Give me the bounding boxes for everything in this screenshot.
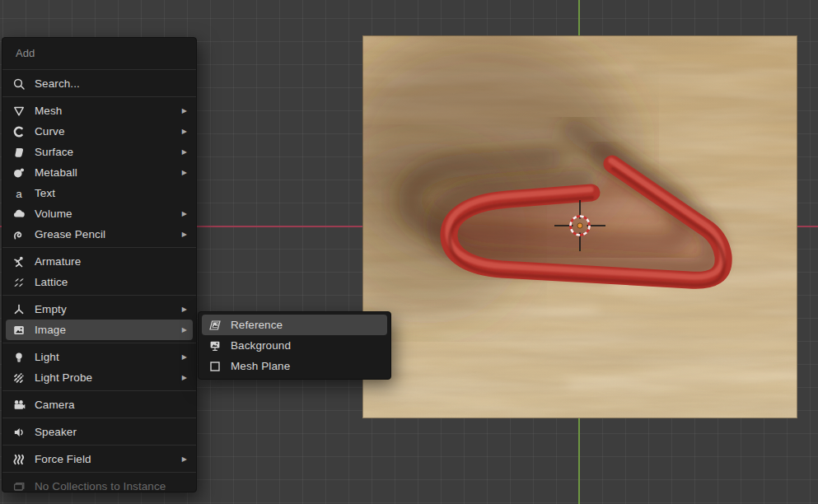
submenu-item-mesh-plane[interactable]: Mesh Plane <box>202 356 387 376</box>
submenu-item-background[interactable]: Background <box>202 335 387 356</box>
menu-item-light-probe[interactable]: Light Probe ▶ <box>6 367 193 388</box>
menu-item-label: Camera <box>35 399 187 411</box>
text-icon: a <box>12 186 26 201</box>
menu-item-label: Grease Pencil <box>35 228 174 240</box>
submenu-item-label: Background <box>231 339 381 352</box>
menu-item-label: Lattice <box>35 276 187 288</box>
submenu-arrow-icon: ▶ <box>182 456 187 463</box>
menu-item-label: Metaball <box>35 166 174 179</box>
blender-window: Add Search... Mesh ▶ Curve ▶ Surface ▶ M… <box>0 0 818 504</box>
submenu-arrow-icon: ▶ <box>182 231 187 238</box>
menu-item-surface[interactable]: Surface ▶ <box>6 142 193 162</box>
menu-item-light[interactable]: Light ▶ <box>6 347 193 367</box>
menu-item-text[interactable]: a Text <box>6 183 193 203</box>
menu-item-label: Armature <box>35 255 187 268</box>
submenu-arrow-icon: ▶ <box>182 211 187 217</box>
3d-cursor <box>547 193 613 259</box>
metaball-icon <box>12 166 26 180</box>
force-field-icon <box>12 452 26 467</box>
menu-item-image[interactable]: Image ▶ <box>6 320 193 340</box>
mesh-plane-icon <box>208 359 222 374</box>
menu-item-label: Empty <box>35 303 174 315</box>
light-bulb-icon <box>12 350 26 365</box>
search-icon <box>12 77 26 91</box>
menu-item-empty[interactable]: Empty ▶ <box>6 299 193 320</box>
menu-item-label: No Collections to Instance <box>35 480 187 492</box>
menu-item-label: Volume <box>35 208 174 220</box>
menu-item-metaball[interactable]: Metaball ▶ <box>6 162 193 183</box>
submenu-item-label: Reference <box>231 319 381 331</box>
menu-item-mesh[interactable]: Mesh ▶ <box>6 100 193 121</box>
collection-instance-icon <box>12 479 26 493</box>
separator <box>2 390 196 391</box>
menu-item-label: Text <box>35 187 187 199</box>
reference-image-icon <box>208 318 222 333</box>
separator <box>2 69 196 70</box>
separator <box>2 418 196 418</box>
menu-item-curve[interactable]: Curve ▶ <box>6 121 193 142</box>
separator <box>2 247 196 248</box>
separator <box>2 295 196 296</box>
submenu-arrow-icon: ▶ <box>182 375 187 381</box>
image-icon <box>12 323 26 338</box>
submenu-arrow-icon: ▶ <box>182 306 187 313</box>
add-menu: Add Search... Mesh ▶ Curve ▶ Surface ▶ M… <box>2 37 197 492</box>
separator <box>2 472 196 473</box>
separator <box>2 96 196 97</box>
armature-icon <box>12 254 26 269</box>
menu-item-label: Mesh <box>35 105 174 117</box>
menu-item-search[interactable]: Search... <box>6 73 193 94</box>
curve-icon <box>12 124 26 139</box>
submenu-item-label: Mesh Plane <box>231 360 381 372</box>
background-image-icon <box>208 338 222 353</box>
menu-item-label: Search... <box>35 77 187 90</box>
menu-item-label: Speaker <box>35 426 187 438</box>
image-submenu: Reference Background Mesh Plane <box>198 311 391 380</box>
speaker-icon <box>12 425 26 440</box>
menu-item-label: Force Field <box>35 453 174 465</box>
menu-item-speaker[interactable]: Speaker <box>6 422 193 442</box>
add-menu-title: Add <box>2 42 196 67</box>
menu-item-label: Curve <box>35 125 174 138</box>
menu-item-volume[interactable]: Volume ▶ <box>6 203 193 224</box>
light-probe-icon <box>12 371 26 385</box>
menu-item-label: Light Probe <box>35 371 174 384</box>
menu-item-armature[interactable]: Armature <box>6 251 193 272</box>
separator <box>2 445 196 446</box>
submenu-arrow-icon: ▶ <box>182 108 187 114</box>
svg-text:a: a <box>16 187 22 199</box>
submenu-arrow-icon: ▶ <box>182 149 187 156</box>
camera-icon <box>12 398 26 413</box>
submenu-arrow-icon: ▶ <box>182 170 187 176</box>
lattice-icon <box>12 275 26 290</box>
empty-axes-icon <box>12 302 26 317</box>
menu-item-grease-pencil[interactable]: Grease Pencil ▶ <box>6 224 193 245</box>
submenu-arrow-icon: ▶ <box>182 128 187 135</box>
submenu-arrow-icon: ▶ <box>182 354 187 361</box>
menu-item-no-collections: No Collections to Instance <box>6 476 193 492</box>
surface-icon <box>12 145 26 160</box>
submenu-item-reference[interactable]: Reference <box>202 315 387 335</box>
mesh-icon <box>12 104 26 119</box>
menu-item-force-field[interactable]: Force Field ▶ <box>6 449 193 469</box>
separator <box>2 343 196 343</box>
menu-item-camera[interactable]: Camera <box>6 394 193 415</box>
grease-pencil-icon <box>12 227 26 242</box>
submenu-arrow-icon: ▶ <box>182 327 187 334</box>
menu-item-label: Surface <box>35 146 174 158</box>
menu-item-label: Image <box>35 324 174 336</box>
menu-item-label: Light <box>35 351 174 363</box>
volume-cloud-icon <box>12 207 26 222</box>
menu-item-lattice[interactable]: Lattice <box>6 272 193 292</box>
